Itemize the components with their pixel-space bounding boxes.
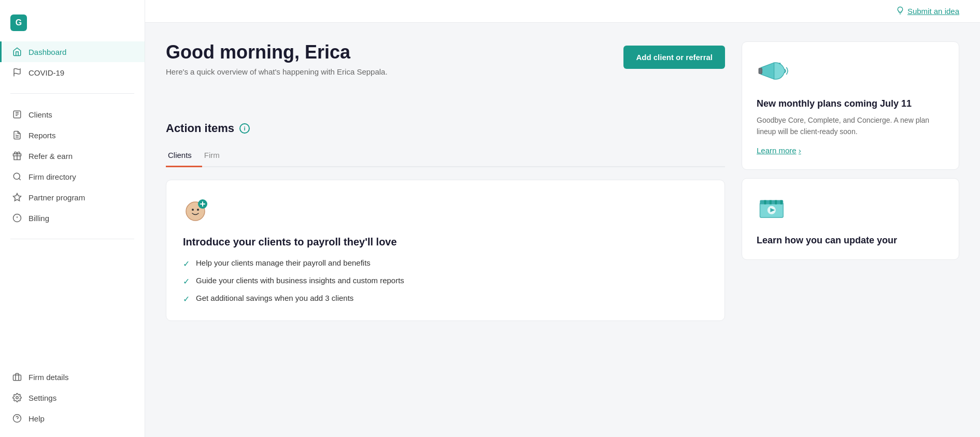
side-card-title-2: Learn how you can update your: [757, 235, 944, 246]
content-area: Good morning, Erica Here's a quick overv…: [145, 23, 980, 437]
learn-more-label: Learn more: [757, 146, 797, 155]
submit-idea-label: Submit an idea: [907, 7, 959, 16]
sidebar-item-covid[interactable]: COVID-19: [0, 62, 145, 83]
flag-icon: [12, 67, 22, 78]
sidebar-item-label: Reports: [29, 131, 56, 140]
svg-point-16: [192, 209, 194, 211]
header-row: Good morning, Erica Here's a quick overv…: [166, 41, 725, 105]
page-header: Good morning, Erica Here's a quick overv…: [166, 41, 388, 89]
sidebar-item-label: Help: [29, 414, 45, 423]
sidebar-item-firm-details[interactable]: Firm details: [0, 367, 145, 387]
svg-rect-28: [780, 200, 783, 204]
building-icon: [12, 372, 22, 382]
topbar: Submit an idea: [145, 0, 980, 23]
svg-point-12: [16, 397, 19, 399]
add-person-icon: [183, 197, 212, 226]
sidebar-item-dashboard[interactable]: Dashboard: [0, 41, 145, 62]
tab-firm[interactable]: Firm: [202, 145, 230, 167]
clapboard-icon-container: [757, 193, 944, 227]
side-card-monthly-plans: New monthly plans coming July 11 Goodbye…: [742, 41, 959, 170]
card-icon-area: [183, 197, 708, 228]
action-items-section: Action items i Clients Firm: [166, 122, 725, 321]
checklist: ✓ Help your clients manage their payroll…: [183, 258, 708, 304]
star-icon: [12, 192, 22, 202]
checklist-item-text: Help your clients manage their payroll a…: [196, 258, 371, 267]
sidebar-item-label: Firm details: [29, 373, 69, 382]
help-icon: [12, 413, 22, 424]
side-card-video: Learn how you can update your: [742, 178, 959, 260]
svg-rect-24: [760, 200, 783, 204]
action-items-tabs: Clients Firm: [166, 145, 725, 167]
section-title: Action items i: [166, 122, 725, 135]
subtitle-text: Here's a quick overview of what's happen…: [166, 67, 388, 76]
tab-clients[interactable]: Clients: [166, 145, 202, 167]
learn-more-link[interactable]: Learn more ›: [757, 146, 944, 155]
sidebar-item-label: Firm directory: [29, 172, 76, 181]
nav-divider-1: [10, 93, 134, 94]
sidebar-nav-top: Dashboard COVID-19: [0, 37, 145, 87]
search-icon: [12, 171, 22, 182]
clapboard-icon: [757, 193, 790, 222]
sidebar-item-settings[interactable]: Settings: [0, 387, 145, 408]
reports-icon: [12, 130, 22, 140]
sidebar-nav-main: Clients Reports Refer & earn Firm direct…: [0, 100, 145, 232]
billing-icon: [12, 213, 22, 223]
info-icon[interactable]: i: [239, 123, 250, 134]
add-client-button[interactable]: Add client or referral: [623, 46, 725, 69]
checklist-item-text: Guide your clients with business insight…: [196, 276, 404, 285]
gift-icon: [12, 151, 22, 161]
svg-rect-21: [759, 68, 762, 74]
check-icon: ✓: [183, 276, 190, 286]
main-content: Submit an idea Good morning, Erica Here'…: [145, 0, 980, 437]
sidebar-item-label: Clients: [29, 110, 52, 119]
checklist-item: ✓ Help your clients manage their payroll…: [183, 258, 708, 269]
sidebar-item-label: Partner program: [29, 193, 85, 202]
card-title: Introduce your clients to payroll they'l…: [183, 236, 708, 248]
checklist-item: ✓ Get additional savings when you add 3 …: [183, 294, 708, 304]
checklist-item-text: Get additional savings when you add 3 cl…: [196, 294, 353, 302]
sidebar-item-label: Billing: [29, 214, 49, 223]
action-items-title: Action items: [166, 122, 234, 135]
sidebar-item-refer[interactable]: Refer & earn: [0, 145, 145, 166]
svg-rect-26: [770, 200, 772, 204]
home-icon: [12, 47, 22, 57]
gear-icon: [12, 392, 22, 403]
megaphone-icon-container: [757, 56, 944, 90]
sidebar-nav-bottom: Firm details Settings Help: [0, 362, 145, 437]
megaphone-icon: [757, 56, 790, 85]
greeting-text: Good morning, Erica: [166, 41, 388, 63]
chevron-right-icon: ›: [799, 146, 801, 155]
sidebar-item-help[interactable]: Help: [0, 408, 145, 429]
check-icon: ✓: [183, 259, 190, 269]
side-column: New monthly plans coming July 11 Goodbye…: [742, 41, 959, 416]
svg-line-6: [19, 178, 20, 180]
sidebar-item-clients[interactable]: Clients: [0, 104, 145, 125]
sidebar-item-label: COVID-19: [29, 68, 64, 77]
sidebar-item-billing[interactable]: Billing: [0, 208, 145, 228]
sidebar: G Dashboard COVID-19 Clients: [0, 0, 145, 437]
lightbulb-icon: [896, 6, 904, 16]
sidebar-item-label: Settings: [29, 394, 56, 402]
svg-point-17: [197, 209, 199, 211]
svg-rect-27: [775, 200, 777, 204]
nav-divider-2: [10, 239, 134, 239]
submit-idea-link[interactable]: Submit an idea: [896, 6, 959, 16]
svg-rect-11: [13, 375, 21, 381]
sidebar-item-partner[interactable]: Partner program: [0, 187, 145, 208]
svg-marker-7: [13, 194, 21, 201]
svg-point-5: [13, 173, 20, 179]
sidebar-item-firm-directory[interactable]: Firm directory: [0, 166, 145, 187]
sidebar-item-label: Refer & earn: [29, 152, 73, 161]
action-card: Introduce your clients to payroll they'l…: [166, 180, 725, 321]
svg-rect-25: [764, 200, 766, 204]
person-icon: [12, 109, 22, 120]
main-column: Good morning, Erica Here's a quick overv…: [166, 41, 725, 416]
sidebar-logo: G: [10, 8, 134, 33]
check-icon: ✓: [183, 294, 190, 304]
sidebar-item-reports[interactable]: Reports: [0, 125, 145, 145]
sidebar-item-label: Dashboard: [29, 48, 66, 56]
checklist-item: ✓ Guide your clients with business insig…: [183, 276, 708, 286]
side-card-desc: Goodbye Core, Complete, and Concierge. A…: [757, 114, 944, 138]
svg-point-22: [779, 63, 780, 64]
logo-icon: G: [10, 14, 27, 31]
